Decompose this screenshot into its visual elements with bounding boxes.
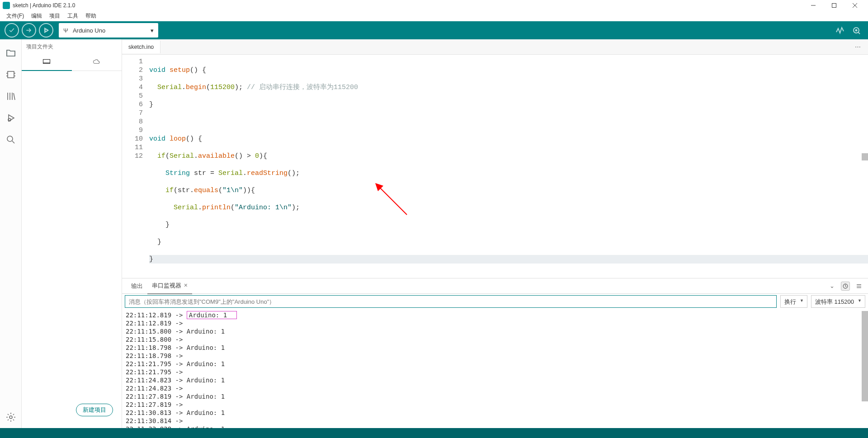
- monitor-scrollbar-thumb[interactable]: [862, 311, 868, 401]
- output-tab[interactable]: 输出: [127, 278, 147, 294]
- monitor-line: 22:11:24.823 ->: [126, 384, 864, 392]
- monitor-line: 22:11:30.813 -> Arduino: 1: [126, 409, 864, 417]
- debug-icon[interactable]: [0, 107, 22, 129]
- clear-output-icon[interactable]: [854, 282, 863, 291]
- file-tab[interactable]: sketch.ino: [122, 41, 160, 53]
- activity-bar: [0, 39, 22, 428]
- sketchbook-local-tab[interactable]: [22, 53, 72, 71]
- side-panel: 项目文件夹 新建项目: [22, 39, 122, 428]
- new-sketch-button[interactable]: 新建项目: [76, 404, 113, 416]
- svg-point-23: [9, 416, 12, 419]
- line-ending-select[interactable]: 换行: [780, 295, 807, 308]
- editor-tab-actions[interactable]: ⋯: [849, 43, 868, 50]
- svg-point-9: [856, 30, 857, 31]
- explorer-icon[interactable]: [0, 42, 22, 64]
- monitor-line: 22:11:21.795 ->: [126, 368, 864, 376]
- menu-sketch[interactable]: 项目: [46, 11, 64, 21]
- code-area[interactable]: void setup() { Serial.begin(115200); // …: [149, 55, 868, 278]
- timestamp-toggle-icon[interactable]: [841, 282, 850, 291]
- toolbar: Ψ Arduino Uno ▾: [0, 21, 868, 39]
- monitor-line: 22:11:12.819 -> Arduino: 1: [126, 311, 864, 319]
- editor-tabbar: sketch.ino ⋯: [122, 39, 868, 55]
- svg-line-22: [12, 141, 14, 143]
- board-selector[interactable]: Ψ Arduino Uno ▾: [59, 23, 158, 38]
- monitor-line: 22:11:12.819 ->: [126, 319, 864, 327]
- window-close-button[interactable]: [844, 0, 865, 10]
- svg-point-21: [7, 136, 13, 141]
- monitor-line: 22:11:18.798 -> Arduino: 1: [126, 344, 864, 352]
- board-name: Arduino Uno: [73, 27, 105, 34]
- code-editor[interactable]: 123456789101112 void setup() { Serial.be…: [122, 55, 868, 278]
- status-bar: [0, 428, 868, 438]
- svg-rect-10: [8, 71, 14, 78]
- menubar: 文件(F) 编辑 项目 工具 帮助: [0, 10, 868, 21]
- monitor-line: 22:11:21.795 -> Arduino: 1: [126, 360, 864, 368]
- upload-button[interactable]: [22, 23, 36, 38]
- menu-help[interactable]: 帮助: [82, 11, 100, 21]
- monitor-line: 22:11:18.798 ->: [126, 352, 864, 360]
- monitor-scrollbar[interactable]: [862, 309, 868, 428]
- sketchbook-cloud-tab[interactable]: [72, 53, 122, 71]
- library-manager-icon[interactable]: [0, 85, 22, 107]
- line-gutter: 123456789101112: [122, 55, 149, 278]
- monitor-line: 22:11:27.819 -> Arduino: 1: [126, 392, 864, 400]
- chevron-down-icon: ▾: [151, 27, 154, 34]
- serial-plotter-button[interactable]: [833, 23, 847, 38]
- baud-rate-select[interactable]: 波特率 115200: [811, 295, 865, 308]
- svg-line-18: [14, 93, 15, 100]
- menu-edit[interactable]: 编辑: [28, 11, 46, 21]
- monitor-line: 22:11:33.828 -> Arduino: 1: [126, 425, 864, 428]
- usb-icon: Ψ: [63, 27, 68, 34]
- monitor-line: 22:11:15.800 -> Arduino: 1: [126, 327, 864, 335]
- serial-input[interactable]: [125, 295, 777, 308]
- side-panel-header: 项目文件夹: [22, 39, 122, 53]
- window-minimize-button[interactable]: [803, 0, 824, 10]
- verify-button[interactable]: [5, 23, 19, 38]
- monitor-line: 22:11:27.819 ->: [126, 400, 864, 409]
- debug-button[interactable]: [39, 23, 53, 38]
- app-logo-icon: [3, 2, 10, 9]
- bottom-panel: 输出 串口监视器 × ⌄ 换行 波特率 115200 22:11:12.819 …: [122, 278, 868, 428]
- settings-icon[interactable]: [0, 406, 22, 428]
- window-maximize-button[interactable]: [824, 0, 844, 10]
- boards-manager-icon[interactable]: [0, 64, 22, 85]
- menu-tools[interactable]: 工具: [64, 11, 82, 21]
- editor-scrollbar-thumb[interactable]: [862, 153, 868, 160]
- svg-point-6: [45, 29, 47, 32]
- serial-monitor-log[interactable]: 22:11:12.819 -> Arduino: 1 22:11:12.819 …: [122, 309, 868, 428]
- svg-rect-1: [832, 3, 836, 7]
- window-title: sketch | Arduino IDE 2.1.0: [13, 2, 803, 9]
- close-icon[interactable]: ×: [184, 282, 188, 289]
- monitor-line: 22:11:24.823 -> Arduino: 1: [126, 376, 864, 384]
- menu-file[interactable]: 文件(F): [3, 11, 28, 21]
- serial-monitor-tab[interactable]: 串口监视器 ×: [147, 278, 192, 294]
- svg-line-8: [858, 32, 860, 34]
- monitor-line: 22:11:30.814 ->: [126, 417, 864, 425]
- panel-collapse-icon[interactable]: ⌄: [827, 282, 836, 291]
- search-icon[interactable]: [0, 129, 22, 151]
- serial-monitor-button[interactable]: [849, 23, 863, 38]
- window-titlebar: sketch | Arduino IDE 2.1.0: [0, 0, 868, 10]
- side-panel-content: 新建项目: [22, 71, 122, 428]
- monitor-line: 22:11:15.800 ->: [126, 335, 864, 344]
- svg-marker-19: [9, 115, 14, 121]
